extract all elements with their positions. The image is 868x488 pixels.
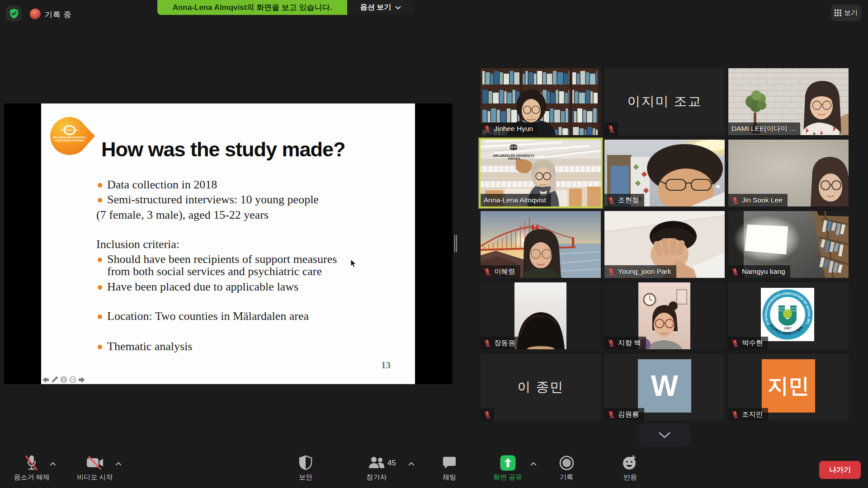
participant-tile[interactable]: Jin Sook Lee bbox=[728, 140, 849, 206]
gallery-more-button[interactable] bbox=[639, 423, 690, 447]
participant-tile[interactable]: 지향 백 bbox=[604, 282, 725, 349]
participant-name-label: Jin Sook Lee bbox=[742, 196, 783, 204]
participant-tile[interactable]: Jinhee Hyun bbox=[481, 68, 601, 135]
record-button[interactable]: 기록 bbox=[550, 455, 583, 482]
slide-title: How was the study made? bbox=[101, 138, 345, 161]
participant-tile[interactable]: 장동원 bbox=[481, 282, 601, 349]
participant-name-chip: 김원룡 bbox=[604, 408, 644, 421]
logo-text-line1: MÄLARDALENS HÖGSKOLA bbox=[53, 136, 86, 139]
slide-line-text: Should have been recipients of support m… bbox=[107, 253, 337, 266]
bullet-dot bbox=[98, 314, 102, 319]
participant-name-chip: Jin Sook Lee bbox=[728, 194, 788, 206]
start-video-button[interactable]: 비디오 시작 bbox=[73, 455, 117, 482]
resize-handle-bar bbox=[456, 235, 457, 252]
slide-line-text: Thematic analysis bbox=[107, 340, 192, 353]
participant-tile[interactable]: Young_joon Park bbox=[604, 211, 725, 278]
logo-year-text: 1967 bbox=[784, 326, 792, 330]
panel-resize-handle[interactable] bbox=[454, 235, 458, 252]
unmute-label: 음소거 해제 bbox=[14, 473, 49, 482]
reactions-button[interactable]: 반응 bbox=[614, 455, 646, 482]
pen-icon[interactable] bbox=[52, 376, 58, 383]
participants-label: 참가자 bbox=[367, 473, 387, 482]
mic-muted-icon bbox=[24, 455, 39, 471]
view-layout-button[interactable]: 보기 bbox=[831, 5, 861, 21]
participant-name-chip: Young_joon Park bbox=[604, 265, 676, 278]
mic-muted-icon bbox=[484, 411, 491, 418]
participant-tile[interactable]: 조현철 bbox=[604, 140, 725, 206]
slide-line-text: Data collection in 2018 bbox=[107, 178, 217, 191]
participant-tile[interactable]: GYEONGSANGBUKDO ASSOCIATION OF SOCIAL WO… bbox=[728, 282, 849, 349]
mic-muted-icon bbox=[608, 197, 615, 204]
participant-tile[interactable]: 지민 조지민 bbox=[728, 354, 849, 421]
participant-name-chip: 박수현 bbox=[728, 337, 768, 349]
chat-label: 채팅 bbox=[443, 473, 456, 482]
shared-screen-stage: MÄLARDALENS HÖGSKOLA ESKILSTUNA VÄSTERÅS… bbox=[4, 103, 453, 384]
chevron-up-icon bbox=[50, 462, 56, 466]
watermark-text-line2: SWEDEN bbox=[493, 157, 534, 160]
participant-name-chip: DAMI LEE(이다미 ... bbox=[728, 122, 800, 135]
participant-tile[interactable]: DAMI LEE(이다미 ... bbox=[728, 68, 849, 135]
annotation-toolbar bbox=[42, 376, 85, 383]
toolbar-icon-wrap bbox=[368, 455, 385, 471]
participant-name-label: 이혜령 bbox=[494, 267, 515, 277]
participant-tile[interactable]: MÄLARDALEN UNIVERSITYSWEDENAnna-Lena Alm… bbox=[481, 140, 601, 206]
grid-view-icon bbox=[835, 9, 841, 16]
participant-tile[interactable]: 이 종민 bbox=[481, 354, 601, 421]
toolbar-icon-wrap bbox=[622, 455, 638, 471]
chat-button[interactable]: 채팅 bbox=[433, 455, 466, 482]
participant-name-chip: Namgyu kang bbox=[728, 265, 790, 278]
university-watermark: MÄLARDALEN UNIVERSITYSWEDEN bbox=[493, 143, 534, 160]
video-options-chevron[interactable] bbox=[115, 460, 122, 467]
participant-name-chip: 이혜령 bbox=[481, 265, 520, 278]
slide-line-text: from both social services and psychiatri… bbox=[107, 265, 322, 278]
participants-chevron[interactable] bbox=[408, 460, 415, 467]
participant-tile[interactable]: 이혜령 bbox=[481, 211, 601, 278]
video-off-icon bbox=[86, 455, 104, 470]
slide-bullet-line: Inclusion criteria: bbox=[96, 238, 179, 251]
slide-bullet-line: Location: Two counties in Mälardalen are… bbox=[107, 310, 309, 323]
more-dots-icon[interactable] bbox=[70, 376, 76, 383]
bullet-dot bbox=[98, 183, 102, 188]
shield-check-icon bbox=[9, 8, 19, 19]
participant-name-chip: Anna-Lena Almqvist bbox=[481, 194, 551, 206]
participant-tile[interactable]: W 김원룡 bbox=[604, 354, 725, 421]
participant-center-name: 이 종민 bbox=[481, 354, 601, 421]
toolbar-icon-wrap bbox=[24, 455, 39, 471]
prev-arrow-icon[interactable] bbox=[42, 377, 49, 383]
participant-name-chip: 장동원 bbox=[481, 337, 520, 349]
participant-name-chip: 조지민 bbox=[728, 408, 768, 421]
slide-line-text: Have been placed due to applicable laws bbox=[107, 280, 298, 293]
toolbar-icon-wrap bbox=[299, 455, 312, 471]
leave-meeting-button[interactable]: 나가기 bbox=[819, 461, 861, 479]
audio-options-chevron[interactable] bbox=[50, 460, 56, 467]
recording-label: 기록 중 bbox=[45, 9, 72, 20]
mic-muted-icon bbox=[731, 268, 739, 276]
view-options-button[interactable]: 옵션 보기 bbox=[347, 0, 414, 15]
participant-name-label: 장동원 bbox=[494, 338, 515, 348]
participant-name-label: 조현철 bbox=[618, 196, 639, 205]
slide-line-text: (7 female, 3 male), aged 15-22 years bbox=[96, 208, 269, 221]
zoom-meeting-window: 기록 중 Anna-Lena Almqvist의 화면을 보고 있습니다. 옵션… bbox=[0, 0, 868, 488]
mic-muted-icon bbox=[608, 411, 615, 418]
toolbar-icon-wrap bbox=[500, 455, 516, 471]
participant-name-label: Namgyu kang bbox=[742, 267, 785, 276]
chat-bubble-icon bbox=[443, 456, 456, 469]
chevron-up-icon bbox=[408, 462, 415, 466]
security-button[interactable]: 보안 bbox=[289, 455, 322, 482]
share-screen-button[interactable]: 화면 공유 bbox=[487, 455, 528, 482]
viewing-shared-screen-banner: Anna-Lena Almqvist의 화면을 보고 있습니다. bbox=[157, 0, 347, 15]
participant-name-label: Young_joon Park bbox=[618, 267, 671, 276]
association-logo: GYEONGSANGBUKDO ASSOCIATION OF SOCIAL WO… bbox=[761, 288, 814, 341]
meeting-info-shield-button[interactable] bbox=[6, 5, 22, 21]
chevron-up-icon bbox=[530, 462, 537, 466]
toolbar-icon-wrap bbox=[443, 455, 456, 471]
mic-muted-icon bbox=[484, 125, 491, 133]
slide-line-text: Inclusion criteria: bbox=[96, 238, 179, 251]
participant-tile[interactable]: 이지미 조교 bbox=[604, 68, 725, 135]
next-arrow-icon[interactable] bbox=[79, 377, 85, 383]
slideshow-icon[interactable] bbox=[61, 376, 67, 383]
participant-tile[interactable]: Namgyu kang bbox=[728, 211, 849, 278]
unmute-button[interactable]: 음소거 해제 bbox=[10, 455, 53, 482]
share-options-chevron[interactable] bbox=[530, 460, 537, 467]
bullet-dot bbox=[98, 345, 102, 349]
